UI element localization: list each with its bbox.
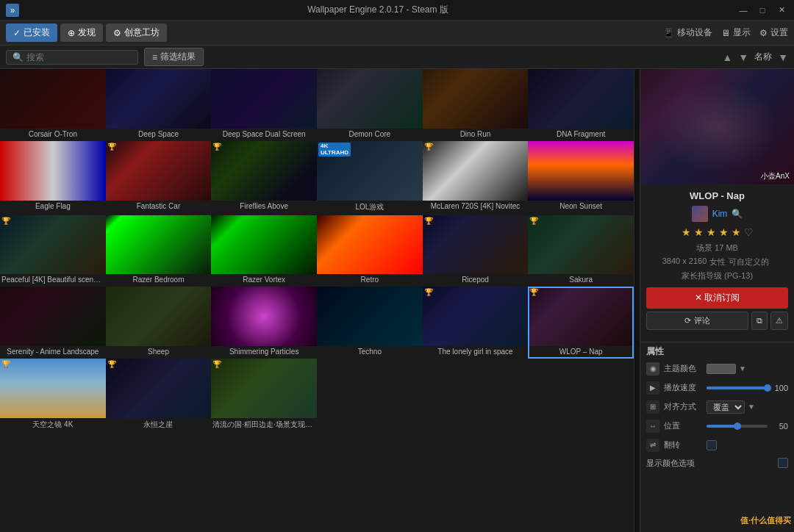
search-input[interactable] <box>26 52 129 62</box>
wallpaper-item-deep-space[interactable]: Deep Space <box>106 69 212 141</box>
wallpaper-item-tianzhi[interactable]: 🏆天空之镜 4K <box>0 359 106 433</box>
wallpaper-item-razer-bedroom[interactable]: Razer Bedroom <box>106 215 212 287</box>
wp-title: WLOP - Nap <box>646 190 788 201</box>
titlebar: » Wallpaper Engine 2.0.17 - Steam 版 — □ … <box>0 0 794 21</box>
properties-section: 属性 ◉ 主题颜色 ▼ ▶ 播放速度 100 <box>640 342 794 481</box>
display-icon: 🖥 <box>721 28 730 38</box>
search-wrap: 🔍 <box>6 50 138 65</box>
theme-dropdown-icon[interactable]: ▼ <box>739 364 746 373</box>
heart-icon[interactable]: ♡ <box>744 226 754 238</box>
wallpaper-item-yongheng[interactable]: 🏆永恒之崖 <box>106 359 212 433</box>
color-options-checkbox[interactable] <box>778 458 788 468</box>
pos-slider[interactable] <box>707 425 768 428</box>
prop-speed-value: 100 <box>707 384 788 392</box>
minimize-btn[interactable]: — <box>737 4 750 17</box>
author-name[interactable]: Kim <box>712 209 728 219</box>
wp-stars: ★ ★ ★ ★ ★ ♡ <box>646 226 788 238</box>
star-2: ★ <box>694 226 704 238</box>
wallpaper-item-sakura[interactable]: 🏆Sakura <box>528 215 634 287</box>
titlebar-title: Wallpaper Engine 2.0.17 - Steam 版 <box>19 4 737 16</box>
wallpaper-item-qingliu[interactable]: 🏆清流の国·稻田边走·场景支现无缝循环（1080p 60fps） <box>211 359 317 433</box>
comment-btn[interactable]: ⟳ 评论 <box>646 312 748 330</box>
properties-title: 属性 <box>646 345 788 358</box>
discover-btn[interactable]: ⊕ 发现 <box>60 24 103 42</box>
installed-icon: ✓ <box>13 28 21 38</box>
installed-btn[interactable]: ✓ 已安装 <box>6 24 57 42</box>
wallpaper-item-eagle-flag[interactable]: Eagle Flag <box>0 141 106 215</box>
sort-up-icon[interactable]: ▲ <box>722 51 732 63</box>
speed-num: 100 <box>770 384 788 392</box>
wallpaper-item-techno[interactable]: Techno <box>317 287 423 359</box>
right-panel: 小壶AnX WLOP - Nap Kim 🔍 ★ ★ ★ ★ ★ ♡ 场景 17… <box>640 69 794 532</box>
searchbar: 🔍 ≡ 筛选结果 ▲ ▼ 名称 ▼ <box>0 46 794 69</box>
flip-checkbox[interactable] <box>707 440 717 450</box>
maximize-btn[interactable]: □ <box>756 4 769 17</box>
wallpaper-item-lol[interactable]: 4K ULTRAHDLOL游戏 <box>317 141 423 215</box>
prop-speed-row: ▶ 播放速度 100 <box>646 381 788 395</box>
titlebar-arrow-btn[interactable]: » <box>6 4 19 17</box>
wp-meta-size: 场景 17 MB <box>646 242 788 254</box>
wallpaper-item-fantastic-car[interactable]: 🏆Fantastic Car <box>106 141 212 215</box>
align-dropdown-icon: ▼ <box>748 403 755 411</box>
settings-btn[interactable]: ⚙ 设置 <box>759 26 788 39</box>
star-3: ★ <box>707 226 716 238</box>
wallpaper-item-wlop[interactable]: 🏆WLOP – Nap <box>528 287 634 359</box>
alert-btn[interactable]: ⚠ <box>770 312 788 330</box>
search-author-icon[interactable]: 🔍 <box>732 209 743 219</box>
wallpaper-item-shimmering[interactable]: Shimmering Particles <box>211 287 317 359</box>
wp-comment-row: ⟳ 评论 ⧉ ⚠ <box>646 312 788 330</box>
speed-icon: ▶ <box>646 381 659 395</box>
mobile-btn[interactable]: 📱 移动设备 <box>663 26 712 39</box>
topnav: ✓ 已安装 ⊕ 发现 ⚙ 创意工坊 📱 移动设备 🖥 显示 ⚙ 设置 <box>0 21 794 46</box>
workshop-icon: ⚙ <box>113 28 121 38</box>
wallpaper-item-mclaren[interactable]: 🏆McLaren 720S [4K] Novitec <box>423 141 529 215</box>
sort-down-icon[interactable]: ▼ <box>738 51 748 63</box>
theme-color-icon: ◉ <box>646 362 659 375</box>
wallpaper-item-dino-run[interactable]: Dino Run <box>423 69 529 141</box>
wallpaper-item-retro[interactable]: Retro <box>317 215 423 287</box>
prop-align-label: 对齐方式 <box>664 401 702 412</box>
search-icon: 🔍 <box>12 52 24 62</box>
wallpaper-item-dna-fragment[interactable]: DNA Fragment <box>528 69 634 141</box>
wallpaper-item-peaceful[interactable]: 🏆Peaceful [4K] Beautiful scenery with re… <box>0 215 106 287</box>
copy-btn[interactable]: ⧉ <box>751 312 768 330</box>
subscribe-btn[interactable]: ✕ 取消订阅 <box>646 287 788 309</box>
wallpaper-list[interactable]: Corsair O-TronDeep SpaceDeep Space Dual … <box>0 69 634 532</box>
star-1: ★ <box>682 226 691 238</box>
prop-flip-value <box>707 440 788 450</box>
titlebar-controls: — □ ✕ <box>737 4 788 17</box>
prop-flip-row: ⇌ 翻转 <box>646 439 788 452</box>
settings-icon: ⚙ <box>759 28 768 38</box>
watermark-bottom-right: 值·什么值得买 <box>740 515 791 526</box>
wallpaper-item-sheep[interactable]: Sheep <box>106 287 212 359</box>
discover-icon: ⊕ <box>68 28 75 38</box>
wp-resolution: 3840 x 2160 <box>662 256 707 267</box>
wallpaper-item-fireflies[interactable]: 🏆Fireflies Above <box>211 141 317 215</box>
wallpaper-item-razer-vortex[interactable]: Razer Vortex <box>211 215 317 287</box>
speed-slider[interactable] <box>707 387 768 389</box>
wallpaper-item-lonely-girl[interactable]: 🏆The lonely girl in space <box>423 287 529 359</box>
pos-num: 50 <box>770 422 788 431</box>
prop-pos-row: ↔ 位置 50 <box>646 420 788 433</box>
wallpaper-item-neon-sunset[interactable]: Neon Sunset <box>528 141 634 215</box>
wallpaper-item-serenity[interactable]: Serenity - Anime Landscape <box>0 287 106 359</box>
wp-preview: 小壶AnX <box>640 69 794 184</box>
prop-pos-value: 50 <box>707 422 788 431</box>
wallpaper-item-demon-core[interactable]: Demon Core <box>317 69 423 141</box>
star-5: ★ <box>732 226 741 238</box>
sort-dropdown-icon[interactable]: ▼ <box>778 51 788 63</box>
close-btn[interactable]: ✕ <box>775 4 788 17</box>
workshop-btn[interactable]: ⚙ 创意工坊 <box>106 24 167 42</box>
prop-speed-label: 播放速度 <box>664 382 702 393</box>
wallpaper-item-deep-space-dual[interactable]: Deep Space Dual Screen <box>211 69 317 141</box>
display-btn[interactable]: 🖥 显示 <box>721 26 751 39</box>
wallpaper-item-ricepod[interactable]: 🏆Ricepod <box>423 215 529 287</box>
topnav-right: 📱 移动设备 🖥 显示 ⚙ 设置 <box>663 26 788 39</box>
filter-btn[interactable]: ≡ 筛选结果 <box>144 48 204 66</box>
align-select[interactable]: 覆盖 <box>707 400 745 414</box>
prop-theme-row: ◉ 主题颜色 ▼ <box>646 362 788 375</box>
main-scrollbar[interactable] <box>634 69 640 532</box>
wallpaper-item-corsair[interactable]: Corsair O-Tron <box>0 69 106 141</box>
theme-color-swatch[interactable] <box>707 364 736 374</box>
sort-label: 名称 <box>754 51 772 63</box>
